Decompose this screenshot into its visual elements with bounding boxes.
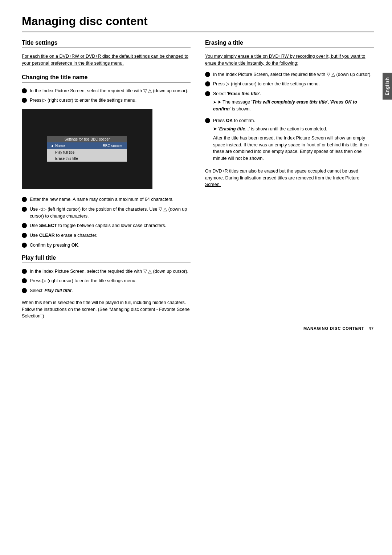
play-full-title-desc: When this item is selected the title wil… bbox=[22, 299, 191, 320]
bullet-text: Enter the new name. A name may contain a… bbox=[30, 196, 191, 203]
erasing-intro: You may simply erase a title on DVD+RW b… bbox=[205, 53, 374, 67]
changing-title-bullets2: Enter the new name. A name may contain a… bbox=[22, 196, 191, 249]
bullet-icon bbox=[22, 233, 27, 238]
two-column-layout: Title settings For each title on a DVD+R… bbox=[22, 40, 374, 320]
ok-label: OK bbox=[72, 243, 78, 248]
erasing-title-label: Erasing title bbox=[219, 126, 245, 131]
page-container: English Managing disc content Title sett… bbox=[0, 0, 392, 341]
list-item: Use SELECT to toggle between capitals an… bbox=[22, 222, 191, 229]
bullet-icon bbox=[205, 81, 210, 86]
page-title: Managing disc content bbox=[22, 15, 374, 32]
bullet-icon bbox=[22, 243, 27, 248]
bullet-text: Select 'Erase this title'. ➤ The message… bbox=[213, 90, 374, 114]
bullet-icon bbox=[22, 269, 27, 274]
left-column: Title settings For each title on a DVD+R… bbox=[22, 40, 191, 320]
list-item: In the Index Picture Screen, select the … bbox=[22, 88, 191, 94]
title-settings-intro: For each title on a DVD+RW or DVD+R disc… bbox=[22, 53, 191, 67]
page-footer: MANAGING DISC CONTENT 47 bbox=[303, 326, 374, 331]
bullet-text: Use ◁▷ (left right cursor) for the posit… bbox=[30, 206, 191, 220]
play-full-title-heading: Play full title bbox=[22, 255, 191, 263]
bullet-text: Press ▷ (right cursor) to enter the titl… bbox=[30, 278, 191, 284]
arrow-icon: ◄ bbox=[50, 144, 54, 148]
bullet-text: Press ▷ (right cursor) to enter the titl… bbox=[30, 97, 191, 104]
this-will-label: This will completely erase this title bbox=[252, 100, 327, 105]
bullet-icon bbox=[22, 98, 27, 103]
right-column: Erasing a title You may simply erase a t… bbox=[205, 40, 374, 320]
bullet-text: Press ▷ (right cursor) to enter the titl… bbox=[213, 81, 374, 88]
select-label: SELECT bbox=[39, 223, 57, 228]
list-item: Press ▷ (right cursor) to enter the titl… bbox=[22, 278, 191, 284]
ok-label-2: OK bbox=[226, 118, 233, 123]
play-full-title-section: Play full title In the Index Picture Scr… bbox=[22, 255, 191, 320]
play-full-title-label: Play full title bbox=[45, 288, 72, 293]
bullet-text: Press OK to confirm. ➤ 'Erasing title...… bbox=[213, 117, 374, 162]
arrow-item-2: ➤ 'Erasing title...' is shown until the … bbox=[213, 126, 374, 133]
changing-title-bullets: In the Index Picture Screen, select the … bbox=[22, 88, 191, 104]
erase-this-title-label: Erase this title bbox=[228, 91, 259, 96]
bullet-text: Use CLEAR to erase a character. bbox=[30, 232, 191, 239]
screen-menu-row-erase: ◄ Erase this title bbox=[47, 155, 127, 162]
title-settings-heading: Title settings bbox=[22, 40, 191, 48]
bullet-text: Select 'Play full title'. bbox=[30, 287, 191, 294]
list-item: In the Index Picture Screen, select the … bbox=[205, 71, 374, 78]
bullet-text: In the Index Picture Screen, select the … bbox=[213, 71, 374, 78]
list-item: Use ◁▷ (left right cursor) for the posit… bbox=[22, 206, 191, 220]
changing-title-section: Changing the title name In the Index Pic… bbox=[22, 74, 191, 249]
list-item: Press ▷ (right cursor) to enter the titl… bbox=[205, 81, 374, 88]
bullet-text: Use SELECT to toggle between capitals an… bbox=[30, 222, 191, 229]
screen-menu-title: Settings for title BBC soccer bbox=[47, 136, 127, 142]
list-item: Select 'Play full title'. bbox=[22, 287, 191, 294]
bullet-icon bbox=[22, 207, 27, 212]
list-item: Select 'Erase this title'. ➤ The message… bbox=[205, 90, 374, 114]
bullet-icon bbox=[22, 197, 27, 202]
bullet-icon bbox=[205, 118, 210, 123]
arrow-item-1: ➤ The message 'This will completely eras… bbox=[213, 99, 374, 113]
list-item: Press OK to confirm. ➤ 'Erasing title...… bbox=[205, 117, 374, 162]
dvd-r-note: On DVD+R titles can also be erased but t… bbox=[205, 168, 374, 188]
screen-menu: Settings for title BBC soccer ◄ Name BBC… bbox=[47, 136, 127, 162]
bullet-icon bbox=[22, 88, 27, 93]
sidebar-language-tab: English bbox=[383, 73, 392, 100]
bullet-icon bbox=[205, 72, 210, 77]
clear-label: CLEAR bbox=[39, 233, 55, 238]
screen-value: BBC soccer bbox=[101, 143, 124, 148]
bullet-text: In the Index Picture Screen, select the … bbox=[30, 88, 191, 94]
bullet-icon bbox=[22, 278, 27, 283]
list-item: Press ▷ (right cursor) to enter the titl… bbox=[22, 97, 191, 104]
list-item: Confirm by pressing OK. bbox=[22, 242, 191, 249]
screen-menu-row-play: ◄ Play full title bbox=[47, 149, 127, 155]
erasing-bullets: In the Index Picture Screen, select the … bbox=[205, 71, 374, 162]
bullet-text: Confirm by pressing OK. bbox=[30, 242, 191, 249]
erasing-title-heading: Erasing a title bbox=[205, 40, 374, 48]
bullet-icon bbox=[22, 223, 27, 228]
screen-image: Settings for title BBC soccer ◄ Name BBC… bbox=[22, 109, 152, 189]
screen-menu-row-name: ◄ Name BBC soccer bbox=[47, 142, 127, 149]
bullet-text: In the Index Picture Screen, select the … bbox=[30, 268, 191, 275]
bullet-icon bbox=[22, 288, 27, 293]
play-full-title-bullets: In the Index Picture Screen, select the … bbox=[22, 268, 191, 294]
changing-title-heading: Changing the title name bbox=[22, 74, 191, 82]
bullet-icon bbox=[205, 91, 210, 96]
list-item: Enter the new name. A name may contain a… bbox=[22, 196, 191, 203]
list-item: Use CLEAR to erase a character. bbox=[22, 232, 191, 239]
erasing-title-section: Erasing a title You may simply erase a t… bbox=[205, 40, 374, 188]
list-item: In the Index Picture Screen, select the … bbox=[22, 268, 191, 275]
arrow-item-3: After the title has been erased, the Ind… bbox=[213, 135, 374, 162]
